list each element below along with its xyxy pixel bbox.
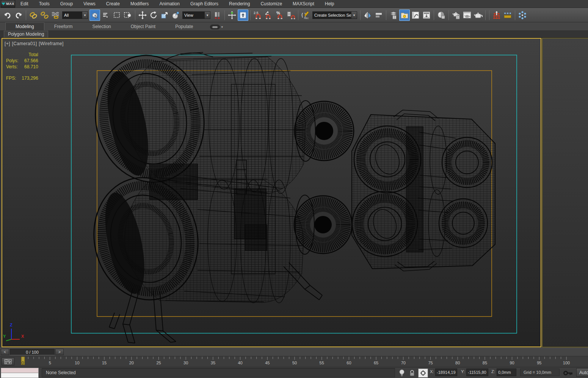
named-selection-sets-dropdown[interactable]: Create Selection Se ▾ (312, 11, 357, 19)
keyboard-shortcut-override-toggle[interactable] (238, 9, 248, 21)
select-by-name-button[interactable] (100, 9, 111, 21)
toolbar-separator (448, 10, 449, 20)
redo-button[interactable] (13, 9, 24, 21)
frame-tick-label: 20 (129, 361, 134, 365)
menu-item-group[interactable]: Group (55, 0, 78, 7)
edit-named-selection-sets-button[interactable]: { }ABC (300, 9, 311, 21)
svg-text:ABC: ABC (304, 17, 309, 19)
stats-fps-label: FPS: (5, 75, 19, 81)
menu-item-help[interactable]: Help (320, 0, 340, 7)
mirror-button[interactable] (362, 9, 373, 21)
listener-script-pane[interactable] (1, 373, 39, 378)
next-frame-button[interactable]: > (55, 349, 64, 355)
time-slider-bar: < 0 / 100 > (0, 348, 588, 356)
viewport-menu-shading[interactable]: [Wireframe] (39, 41, 63, 46)
status-bar: None Selected X: -18914,19 Y: -11515,80 … (0, 367, 588, 378)
render-production-button[interactable] (473, 9, 483, 21)
measure-ruler-icon[interactable] (502, 9, 513, 21)
adaptive-degradation-lightbulb-icon[interactable] (398, 369, 406, 377)
toolbar-separator (489, 10, 489, 20)
toolbar-separator (485, 10, 486, 20)
frame-tick-label: 95 (537, 361, 541, 365)
angle-snap-toggle-button[interactable] (263, 9, 274, 21)
ribbon-tab-modeling[interactable]: Modeling (5, 22, 44, 30)
rectangular-selection-region-button[interactable] (111, 9, 122, 21)
menu-item-views[interactable]: Views (78, 0, 101, 7)
polygon-modeling-panel-tab[interactable]: Polygon Modeling (4, 31, 48, 38)
menu-item-rendering[interactable]: Rendering (224, 0, 255, 7)
set-keys-icon[interactable] (563, 369, 574, 377)
unlink-selection-icon[interactable] (39, 9, 50, 21)
menu-item-graph-editors[interactable]: Graph Editors (185, 0, 224, 7)
main-toolbar: All ▾ View ▾ 2.5 % { }ABC Create Selecti… (0, 8, 588, 22)
particle-snap-icon[interactable] (517, 9, 528, 21)
rendered-frame-window-button[interactable] (462, 9, 472, 21)
selection-lock-icon[interactable] (408, 369, 416, 377)
material-editor-button[interactable] (436, 9, 447, 21)
binocular-model-right[interactable] (352, 110, 495, 271)
menu-item-create[interactable]: Create (101, 0, 125, 7)
select-and-rotate-button[interactable] (148, 9, 159, 21)
menu-item-tools[interactable]: Tools (34, 0, 55, 7)
spinner-snap-toggle-button[interactable] (285, 9, 296, 21)
ribbon-minimize-button[interactable] (210, 25, 220, 29)
chevron-down-icon: ▾ (204, 12, 210, 19)
scene-explorer-toggle-button[interactable] (399, 9, 410, 21)
previous-frame-button[interactable]: < (1, 349, 9, 355)
y-coordinate-field[interactable]: -11515,80 (466, 369, 488, 376)
use-pivot-point-center-button[interactable] (212, 9, 223, 21)
maxscript-mini-listener[interactable] (1, 368, 39, 378)
axis-y-label: Y (3, 334, 6, 339)
percent-snap-toggle-button[interactable]: % (274, 9, 285, 21)
manage-layers-button[interactable] (388, 9, 399, 21)
render-setup-button[interactable] (451, 9, 461, 21)
listener-macro-recorder-pane[interactable] (1, 368, 39, 373)
wireframe-scene: Z X Y (2, 39, 541, 346)
selection-filter-dropdown[interactable]: All ▾ (62, 11, 88, 19)
window-crossing-button[interactable] (122, 9, 133, 21)
snap-toggle-2.5d-button[interactable]: 2.5 (252, 9, 263, 21)
secondary-viewport[interactable] (542, 38, 588, 347)
select-and-link-icon[interactable] (28, 9, 39, 21)
menu-item-modifiers[interactable]: Modifiers (125, 0, 154, 7)
reference-coordinate-system-dropdown[interactable]: View ▾ (182, 11, 210, 19)
frame-tick-label: 0 (22, 361, 24, 365)
camera-viewport[interactable]: [+] [Camera01] [Wireframe] Total Polys: … (2, 38, 541, 347)
ribbon-tab-selection[interactable]: Selection (82, 23, 121, 30)
viewport-menu-pov[interactable]: [Camera01] (12, 41, 37, 46)
auto-key-button[interactable]: Auto (576, 368, 588, 377)
menu-item-animation[interactable]: Animation (154, 0, 185, 7)
schematic-view-button[interactable] (421, 9, 432, 21)
menu-item-customize[interactable]: Customize (255, 0, 287, 7)
menu-item-edit[interactable]: Edit (15, 0, 34, 7)
max-logo-icon (2, 3, 5, 5)
select-and-place-button[interactable] (170, 9, 181, 21)
timeline-ruler[interactable]: 0510152025303540455055606570758085909510… (0, 356, 588, 367)
toolbar-separator (250, 10, 251, 20)
ribbon-tab-populate[interactable]: Populate (165, 23, 203, 30)
z-coordinate-field[interactable]: 0,0mm (497, 369, 516, 376)
undo-button[interactable] (2, 9, 13, 21)
ribbon-tab-object-paint[interactable]: Object Paint (121, 23, 165, 30)
select-and-scale-button[interactable] (159, 9, 170, 21)
select-and-move-button[interactable] (137, 9, 148, 21)
frame-tick-label: 15 (102, 361, 107, 365)
viewport-menu-general[interactable]: [+] (5, 41, 10, 46)
select-and-manipulate-button[interactable] (227, 9, 237, 21)
application-menu-button[interactable]: MAX (1, 0, 15, 8)
curve-editor-button[interactable] (410, 9, 421, 21)
absolute-offset-mode-toggle[interactable] (418, 369, 428, 378)
ribbon-tab-freeform[interactable]: Freeform (44, 23, 83, 30)
align-button[interactable] (373, 9, 384, 21)
select-object-button[interactable] (89, 9, 100, 21)
render-grid-icon[interactable] (491, 9, 502, 21)
menu-item-maxscript[interactable]: MAXScript (287, 0, 320, 7)
x-coordinate-field[interactable]: -18914,19 (435, 369, 457, 376)
track-bar[interactable]: 0510152025303540455055606570758085909510… (0, 356, 588, 367)
time-slider-value[interactable]: 0 / 100 (10, 349, 55, 355)
z-coordinate-label: Z: (491, 369, 495, 374)
bind-to-space-warp-icon[interactable] (50, 9, 61, 21)
grid-setting-display: Grid = 10,0mm (520, 369, 560, 376)
binocular-model-left[interactable] (83, 45, 354, 343)
chevron-down-icon[interactable]: ▾ (221, 25, 223, 29)
